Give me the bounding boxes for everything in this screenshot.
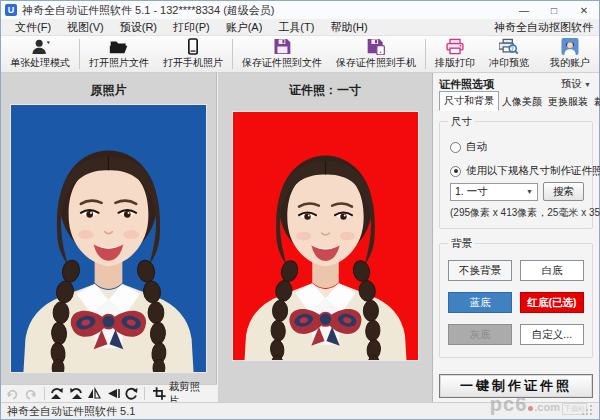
resize-grip[interactable] (581, 404, 593, 418)
my-account-label: 我的账户 (550, 56, 590, 70)
tab-size-background[interactable]: 尺寸和背景 (439, 91, 499, 111)
minimize-button[interactable]: — (509, 1, 539, 19)
print-preview-icon (499, 38, 519, 55)
background-group-title: 背景 (448, 237, 475, 251)
print-label: 排版打印 (435, 56, 475, 70)
person-icon (30, 38, 50, 55)
chevron-down-icon: ▼ (584, 81, 591, 88)
menu-print[interactable]: 打印(P) (165, 19, 218, 36)
size-spec-value: 1. 一寸 (455, 185, 488, 199)
tab-crop-adjust[interactable]: 裁切调整 (591, 93, 600, 111)
preview-button[interactable]: 冲印预览 (482, 36, 536, 72)
edit-toolbar-separator (44, 387, 45, 400)
menu-bar: 文件(F) 视图(V) 预设(R) 打印(P) 账户(A) 工具(T) 帮助(H… (1, 19, 599, 36)
search-button[interactable]: 搜索 (543, 182, 584, 201)
status-text: 神奇全自动证件照软件 5.1 (7, 404, 135, 419)
size-spec-select[interactable]: 1. 一寸 ▼ (450, 183, 538, 201)
auto-size-radio[interactable] (450, 142, 461, 153)
select-chevron-down-icon: ▼ (526, 188, 533, 195)
maximize-button[interactable]: □ (539, 1, 569, 19)
main-area: 原照片 (1, 73, 599, 402)
options-header: 证件照选项 预设 ▼ (439, 76, 593, 92)
save-phone-button[interactable]: 保存证件照到手机 (329, 36, 423, 72)
result-photo-label: 证件照：一寸 (289, 73, 361, 101)
window-title: 神奇全自动证件照软件 5.1 - 132****8334 (超级会员) (22, 3, 509, 18)
make-id-photo-button[interactable]: 一键制作证件照 (439, 374, 593, 398)
toolbar-separator (79, 39, 80, 69)
tab-change-clothes[interactable]: 更换服装 (545, 93, 591, 111)
bg-gray-button[interactable]: 灰底 (448, 324, 512, 345)
status-bar: 神奇全自动证件照软件 5.1 (1, 402, 599, 419)
save-file-icon (272, 38, 292, 55)
menu-cutout-app-link[interactable]: 神奇全自动抠图软件 (494, 20, 593, 35)
spec-size-label: 使用以下规格尺寸制作证件照: (466, 164, 600, 178)
id-photo-options-panel: 证件照选项 预设 ▼ 尺寸和背景 人像美颜 更换服装 裁切调整 尺寸 自动 (432, 73, 599, 402)
app-icon: U (5, 4, 17, 16)
original-photo-label: 原照片 (91, 73, 127, 101)
undo-icon[interactable] (5, 386, 21, 401)
flip-vertical-icon[interactable] (105, 386, 121, 401)
account-avatar-icon (561, 38, 579, 55)
save-phone-icon (366, 38, 386, 55)
open-phone-label: 打开手机照片 (163, 56, 223, 70)
background-buttons-grid: 不换背景 白底 蓝底 红底(已选) 灰底 自定义... (448, 260, 584, 345)
open-file-button[interactable]: 打开照片文件 (82, 36, 156, 72)
bg-custom-button[interactable]: 自定义... (520, 324, 584, 345)
rotate-left-icon[interactable] (50, 386, 66, 401)
preset-label: 预设 (561, 77, 582, 91)
options-tabs: 尺寸和背景 人像美颜 更换服装 裁切调整 (439, 93, 593, 111)
original-photo[interactable] (10, 104, 207, 373)
auto-size-radio-row[interactable]: 自动 (450, 140, 584, 154)
result-photo-panel: 证件照：一寸 (217, 73, 432, 402)
background-groupbox: 背景 不换背景 白底 蓝底 红底(已选) 灰底 自定义... (439, 243, 593, 358)
preview-label: 冲印预览 (489, 56, 529, 70)
tab-beautify[interactable]: 人像美颜 (499, 93, 545, 111)
menu-file[interactable]: 文件(F) (7, 19, 59, 36)
crop-photo-button[interactable]: 裁剪照片 (150, 386, 212, 401)
printer-icon (445, 38, 465, 55)
toolbar-separator (425, 39, 426, 69)
menu-help[interactable]: 帮助(H) (322, 19, 375, 36)
save-phone-label: 保存证件照到手机 (336, 56, 416, 70)
size-group-title: 尺寸 (448, 115, 475, 129)
menu-tools[interactable]: 工具(T) (270, 19, 322, 36)
preset-dropdown-button[interactable]: 预设 ▼ (559, 77, 593, 91)
menu-account[interactable]: 账户(A) (218, 19, 271, 36)
spec-size-radio-row[interactable]: 使用以下规格尺寸制作证件照: (450, 164, 584, 178)
bg-white-button[interactable]: 白底 (520, 260, 584, 281)
save-file-button[interactable]: 保存证件照到文件 (235, 36, 329, 72)
folder-icon (109, 38, 129, 55)
save-file-label: 保存证件照到文件 (242, 56, 322, 70)
open-phone-button[interactable]: 打开手机照片 (156, 36, 230, 72)
result-photo[interactable] (232, 111, 419, 361)
spec-detail-text: (295像素 x 413像素，25毫米 x 35毫米) (450, 206, 584, 220)
crop-icon (153, 387, 166, 400)
menu-view[interactable]: 视图(V) (59, 19, 112, 36)
flip-horizontal-icon[interactable] (87, 386, 103, 401)
spec-select-row: 1. 一寸 ▼ 搜索 (450, 182, 584, 201)
single-mode-label: 单张处理模式 (10, 56, 70, 70)
print-button[interactable]: 排版打印 (428, 36, 482, 72)
photo-edit-toolbar: 裁剪照片 (1, 384, 217, 402)
my-account-button[interactable]: 我的账户 (543, 36, 597, 72)
close-button[interactable]: ✕ (569, 1, 599, 19)
toolbar-separator (232, 39, 233, 69)
title-bar: U 神奇全自动证件照软件 5.1 - 132****8334 (超级会员) — … (1, 1, 599, 19)
app-window: U 神奇全自动证件照软件 5.1 - 132****8334 (超级会员) — … (0, 0, 600, 420)
open-file-label: 打开照片文件 (89, 56, 149, 70)
bg-blue-button[interactable]: 蓝底 (448, 292, 512, 313)
menu-preset[interactable]: 预设(R) (112, 19, 165, 36)
bg-no-change-button[interactable]: 不换背景 (448, 260, 512, 281)
rotate-right-icon[interactable] (68, 386, 84, 401)
spec-size-radio[interactable] (450, 166, 461, 177)
original-photo-panel: 原照片 (1, 73, 217, 402)
rotate-icon[interactable] (124, 386, 140, 401)
bg-red-selected-button[interactable]: 红底(已选) (520, 292, 584, 313)
main-toolbar: 单张处理模式 打开照片文件 打开手机照片 保存证件照到文件 保存证件 (1, 36, 599, 73)
toolbar-spacer (536, 36, 543, 72)
single-mode-button[interactable]: 单张处理模式 (3, 36, 77, 72)
edit-toolbar-separator (144, 387, 145, 400)
redo-icon[interactable] (23, 386, 39, 401)
auto-size-label: 自动 (466, 140, 487, 154)
size-groupbox: 尺寸 自动 使用以下规格尺寸制作证件照: 1. 一寸 ▼ 搜索 (295像素 x (439, 121, 593, 229)
